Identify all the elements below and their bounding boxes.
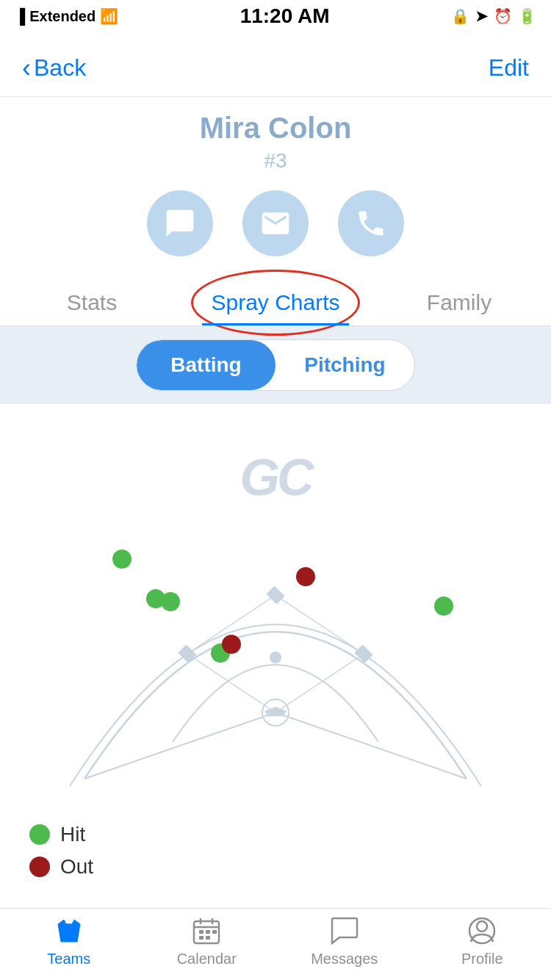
bottom-tab-calendar[interactable]: Calendar: [138, 914, 276, 975]
network-label: Extended: [29, 8, 96, 25]
svg-line-1: [276, 713, 467, 779]
svg-rect-20: [199, 936, 204, 940]
email-icon: [259, 207, 292, 239]
lock-icon: 🔒: [451, 7, 469, 25]
battery-icon: 🔋: [518, 7, 536, 25]
spray-chart-area: GC: [0, 404, 551, 924]
svg-line-0: [84, 713, 276, 779]
back-label: Back: [34, 54, 86, 82]
legend-hit: Hit: [29, 823, 93, 846]
status-time: 11:20 AM: [240, 4, 330, 28]
status-bar: ▐ Extended 📶 11:20 AM 🔒 ➤ ⏰ 🔋: [0, 0, 551, 32]
back-button[interactable]: ‹ Back: [22, 53, 86, 84]
email-button[interactable]: [242, 190, 309, 256]
segment-area: Batting Pitching: [0, 326, 551, 404]
baseball-field-svg: [26, 426, 525, 808]
spray-dot-hit-3: [161, 592, 180, 611]
svg-rect-22: [212, 930, 217, 934]
alarm-icon: ⏰: [494, 7, 512, 25]
svg-line-3: [276, 654, 364, 713]
tab-stats[interactable]: Stats: [0, 278, 184, 325]
status-left: ▐ Extended 📶: [15, 7, 118, 25]
svg-line-2: [187, 654, 276, 713]
out-label: Out: [60, 855, 93, 879]
phone-icon: [355, 207, 387, 239]
spray-dot-out-2: [222, 635, 241, 654]
svg-marker-10: [264, 707, 287, 716]
bottom-tab-profile[interactable]: Profile: [414, 914, 552, 975]
message-button[interactable]: [147, 190, 213, 256]
nav-bar: ‹ Back Edit: [0, 32, 551, 97]
profile-tab-label: Profile: [461, 951, 503, 968]
svg-point-11: [270, 652, 281, 663]
back-chevron-icon: ‹: [22, 53, 31, 84]
phone-button[interactable]: [338, 190, 404, 256]
spray-dot-out-1: [296, 567, 315, 586]
field-container: GC: [26, 426, 525, 808]
player-number: #3: [0, 149, 551, 173]
messages-icon: [328, 914, 361, 948]
spray-dot-hit-1: [112, 550, 132, 569]
profile-actions: [0, 190, 551, 256]
hit-dot-icon: [29, 824, 50, 845]
svg-rect-19: [206, 930, 210, 934]
svg-rect-18: [199, 930, 204, 934]
legend: Hit Out: [0, 808, 123, 902]
profile-icon: [465, 914, 499, 948]
profile-tab-bar: Stats Spray Charts Family: [0, 278, 551, 326]
status-right: 🔒 ➤ ⏰ 🔋: [451, 7, 536, 25]
out-dot-icon: [29, 857, 50, 877]
legend-out: Out: [29, 855, 93, 879]
player-name: Mira Colon: [0, 112, 551, 145]
svg-rect-21: [206, 936, 210, 940]
location-icon: ➤: [475, 7, 488, 25]
spray-dot-hit-5: [434, 597, 453, 616]
tab-family[interactable]: Family: [367, 278, 551, 325]
wifi-icon: 📶: [100, 7, 118, 25]
calendar-tab-label: Calendar: [177, 951, 237, 968]
calendar-icon: [190, 914, 223, 948]
teams-icon: [52, 914, 86, 948]
bottom-tab-bar: Teams Calendar Messages Profile: [0, 908, 551, 980]
messages-tab-label: Messages: [311, 951, 378, 968]
signal-icon: ▐: [15, 8, 25, 25]
teams-tab-label: Teams: [47, 951, 90, 968]
edit-button[interactable]: Edit: [489, 54, 529, 82]
bottom-tab-messages[interactable]: Messages: [276, 914, 414, 975]
hit-label: Hit: [60, 823, 85, 846]
bottom-tab-teams[interactable]: Teams: [0, 914, 138, 975]
svg-marker-12: [58, 920, 80, 942]
chat-icon: [164, 207, 196, 239]
pitching-segment-button[interactable]: Pitching: [276, 340, 414, 390]
svg-point-24: [477, 921, 487, 932]
batting-pitching-toggle: Batting Pitching: [136, 339, 415, 391]
profile-header: Mira Colon #3: [0, 97, 551, 256]
svg-rect-6: [266, 586, 284, 604]
batting-segment-button[interactable]: Batting: [137, 340, 276, 390]
tab-spray-charts[interactable]: Spray Charts: [184, 278, 367, 325]
